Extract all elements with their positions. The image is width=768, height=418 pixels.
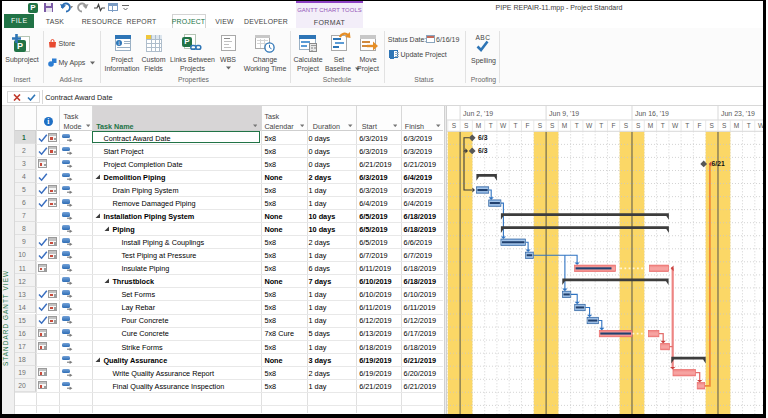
svg-text:T: T: [660, 122, 664, 129]
svg-text:6/21: 6/21: [711, 160, 724, 167]
svg-text:M: M: [733, 122, 738, 129]
svg-text:S: S: [635, 122, 640, 129]
svg-text:S: S: [537, 122, 542, 129]
svg-text:M: M: [561, 122, 566, 129]
svg-text:Jun 2, '19: Jun 2, '19: [463, 110, 493, 117]
svg-text:6/3: 6/3: [477, 147, 487, 154]
svg-text:W: W: [499, 122, 506, 129]
svg-text:T: T: [599, 122, 603, 129]
svg-text:S: S: [550, 122, 555, 129]
svg-text:W: W: [585, 122, 592, 129]
svg-text:F: F: [525, 122, 529, 129]
svg-text:S: S: [721, 122, 726, 129]
svg-text:M: M: [475, 122, 480, 129]
svg-text:W: W: [671, 122, 678, 129]
svg-text:T: T: [488, 122, 492, 129]
svg-text:Jun 16, '19: Jun 16, '19: [634, 110, 668, 117]
svg-text:F: F: [697, 122, 701, 129]
svg-text:6/3: 6/3: [477, 134, 487, 141]
svg-text:Jun 23, '19: Jun 23, '19: [720, 110, 754, 117]
svg-text:W: W: [757, 122, 763, 129]
svg-text:T: T: [685, 122, 689, 129]
svg-text:F: F: [611, 122, 615, 129]
svg-text:Jun 9, '19: Jun 9, '19: [549, 110, 579, 117]
svg-text:T: T: [746, 122, 750, 129]
svg-text:T: T: [513, 122, 517, 129]
svg-text:S: S: [451, 122, 456, 129]
svg-text:T: T: [574, 122, 578, 129]
svg-text:S: S: [709, 122, 714, 129]
svg-text:S: S: [623, 122, 628, 129]
svg-text:M: M: [647, 122, 652, 129]
svg-text:S: S: [464, 122, 469, 129]
